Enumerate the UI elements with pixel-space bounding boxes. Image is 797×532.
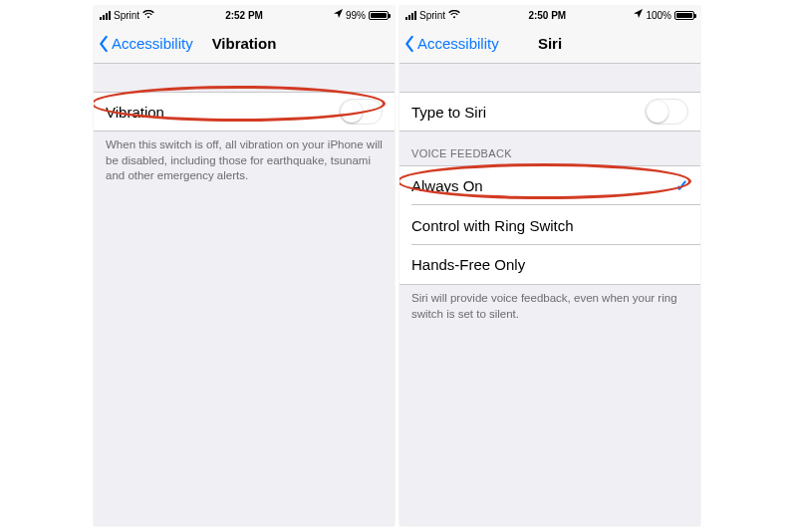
option-label: Control with Ring Switch <box>411 217 574 234</box>
voice-feedback-group: Always On ✓ Control with Ring Switch Han… <box>399 165 700 285</box>
back-button[interactable]: Accessibility <box>98 24 193 63</box>
status-time: 2:52 PM <box>225 10 263 21</box>
battery-percent: 100% <box>646 10 671 21</box>
back-button[interactable]: Accessibility <box>403 24 499 63</box>
phone-siri: Sprint 2:50 PM 100% Accessibility <box>399 6 700 526</box>
location-icon <box>334 9 343 20</box>
chevron-left-icon <box>403 35 415 53</box>
battery-icon <box>674 11 694 20</box>
nav-title: Vibration <box>212 35 277 52</box>
signal-icon <box>100 11 111 20</box>
status-left: Sprint <box>100 10 154 21</box>
status-right: 100% <box>634 10 694 21</box>
back-label: Accessibility <box>112 35 193 52</box>
carrier-label: Sprint <box>114 10 139 21</box>
back-label: Accessibility <box>417 35 499 52</box>
vibration-toggle[interactable] <box>339 99 383 125</box>
chevron-left-icon <box>98 35 110 53</box>
status-time: 2:50 PM <box>528 10 566 21</box>
location-icon <box>634 9 643 20</box>
status-bar: Sprint 2:50 PM 100% <box>399 6 700 24</box>
type-to-siri-label: Type to Siri <box>411 104 486 121</box>
status-bar: Sprint 2:52 PM 99% <box>94 6 395 24</box>
nav-bar: Accessibility Siri <box>399 24 700 64</box>
screenshot-stage: Sprint 2:52 PM 99% Accessibility <box>0 0 797 532</box>
status-right: 99% <box>334 10 389 21</box>
nav-title: Siri <box>538 35 562 52</box>
phone-vibration: Sprint 2:52 PM 99% Accessibility <box>94 6 395 526</box>
status-left: Sprint <box>405 10 460 21</box>
battery-icon <box>369 11 389 20</box>
battery-percent: 99% <box>346 10 366 21</box>
vibration-label: Vibration <box>106 104 164 121</box>
signal-icon <box>405 11 416 20</box>
voice-feedback-header: VOICE FEEDBACK <box>399 132 700 165</box>
toggle-knob <box>647 101 668 123</box>
carrier-label: Sprint <box>419 10 445 21</box>
option-label: Always On <box>411 177 483 194</box>
spacer <box>94 64 395 92</box>
type-to-siri-toggle[interactable] <box>645 99 688 125</box>
wifi-icon <box>142 10 154 21</box>
option-hands-free[interactable]: Hands-Free Only <box>399 245 700 285</box>
nav-bar: Accessibility Vibration <box>94 24 395 64</box>
option-always-on[interactable]: Always On ✓ <box>399 165 700 205</box>
vibration-footer: When this switch is off, all vibration o… <box>94 132 395 184</box>
toggle-knob <box>341 101 363 123</box>
wifi-icon <box>448 10 460 21</box>
option-label: Hands-Free Only <box>411 256 525 273</box>
option-ring-switch[interactable]: Control with Ring Switch <box>399 205 700 245</box>
checkmark-icon: ✓ <box>675 176 688 195</box>
spacer <box>399 64 700 92</box>
type-to-siri-row[interactable]: Type to Siri <box>399 92 700 132</box>
vibration-row[interactable]: Vibration <box>94 92 395 132</box>
siri-footer: Siri will provide voice feedback, even w… <box>399 285 700 322</box>
